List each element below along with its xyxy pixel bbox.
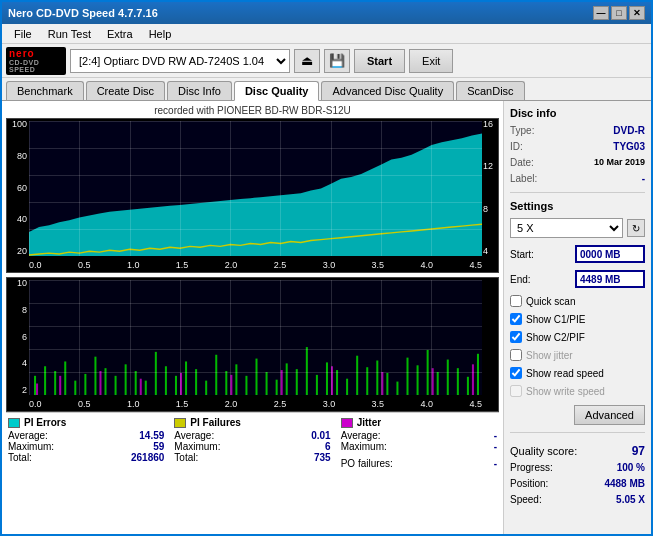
- tab-disc-info[interactable]: Disc Info: [167, 81, 232, 100]
- svg-rect-14: [145, 381, 147, 395]
- svg-rect-9: [94, 357, 96, 395]
- upper-chart-plot: [29, 121, 482, 256]
- eject-icon[interactable]: ⏏: [294, 49, 320, 73]
- upper-y-labels-right: 16 12 8 4: [482, 119, 498, 256]
- svg-rect-18: [185, 361, 187, 395]
- tab-benchmark[interactable]: Benchmark: [6, 81, 84, 100]
- svg-rect-24: [245, 376, 247, 395]
- main-window: Nero CD-DVD Speed 4.7.7.16 — □ ✕ File Ru…: [0, 0, 653, 536]
- svg-rect-15: [155, 352, 157, 395]
- menu-help[interactable]: Help: [141, 26, 180, 42]
- svg-rect-46: [467, 377, 469, 395]
- lower-chart-svg: [29, 280, 482, 395]
- svg-rect-41: [417, 365, 419, 395]
- svg-rect-49: [59, 376, 61, 395]
- svg-rect-16: [165, 366, 167, 395]
- show-c1pie-checkbox[interactable]: [510, 313, 522, 325]
- menu-extra[interactable]: Extra: [99, 26, 141, 42]
- tab-advanced-disc-quality[interactable]: Advanced Disc Quality: [321, 81, 454, 100]
- svg-rect-17: [175, 376, 177, 395]
- jitter-label: Jitter: [357, 417, 381, 428]
- maximize-button[interactable]: □: [611, 6, 627, 20]
- svg-rect-22: [225, 371, 227, 395]
- po-failures-value: -: [494, 458, 497, 469]
- close-button[interactable]: ✕: [629, 6, 645, 20]
- svg-rect-38: [386, 373, 388, 395]
- exit-button[interactable]: Exit: [409, 49, 453, 73]
- svg-rect-6: [64, 361, 66, 395]
- quick-scan-row: Quick scan: [510, 295, 645, 307]
- upper-x-labels: 0.0 0.5 1.0 1.5 2.0 2.5 3.0 3.5 4.0 4.5: [29, 258, 482, 272]
- show-write-speed-checkbox[interactable]: [510, 385, 522, 397]
- minimize-button[interactable]: —: [593, 6, 609, 20]
- show-read-speed-checkbox[interactable]: [510, 367, 522, 379]
- speed-row: 5 X ↻: [510, 218, 645, 238]
- svg-rect-35: [356, 356, 358, 395]
- type-row: Type: DVD-R: [510, 125, 645, 136]
- svg-rect-44: [447, 360, 449, 395]
- svg-rect-40: [407, 358, 409, 395]
- tab-scan-disc[interactable]: ScanDisc: [456, 81, 524, 100]
- show-read-speed-row: Show read speed: [510, 367, 645, 379]
- show-jitter-row: Show jitter: [510, 349, 645, 361]
- show-c2pif-checkbox[interactable]: [510, 331, 522, 343]
- position-row: Position: 4488 MB: [510, 478, 645, 489]
- upper-y-labels-left: 100 80 60 40 20: [7, 119, 29, 256]
- svg-rect-34: [346, 379, 348, 395]
- menu-run-test[interactable]: Run Test: [40, 26, 99, 42]
- show-write-speed-row: Show write speed: [510, 385, 645, 397]
- svg-rect-31: [316, 375, 318, 395]
- svg-rect-58: [472, 364, 474, 395]
- svg-rect-26: [266, 372, 268, 395]
- pi-errors-color: [8, 418, 20, 428]
- quick-scan-checkbox[interactable]: [510, 295, 522, 307]
- tab-bar: Benchmark Create Disc Disc Info Disc Qua…: [2, 78, 651, 101]
- label-row: Label: -: [510, 173, 645, 184]
- drive-select[interactable]: [2:4] Optiarc DVD RW AD-7240S 1.04: [70, 49, 290, 73]
- start-input[interactable]: [575, 245, 645, 263]
- svg-rect-51: [140, 379, 142, 395]
- pi-errors-label: PI Errors: [24, 417, 66, 428]
- settings-title: Settings: [510, 200, 645, 212]
- lower-chart-plot: [29, 280, 482, 395]
- svg-rect-19: [195, 369, 197, 395]
- svg-rect-32: [326, 362, 328, 395]
- svg-rect-48: [36, 384, 38, 396]
- chart-title: recorded with PIONEER BD-RW BDR-S12U: [6, 105, 499, 116]
- title-bar-buttons: — □ ✕: [593, 6, 645, 20]
- svg-rect-25: [256, 359, 258, 395]
- id-row: ID: TYG03: [510, 141, 645, 152]
- start-row: Start:: [510, 245, 645, 263]
- svg-rect-4: [44, 366, 46, 395]
- advanced-button[interactable]: Advanced: [574, 405, 645, 425]
- svg-rect-12: [125, 364, 127, 395]
- progress-row: Progress: 100 %: [510, 462, 645, 473]
- svg-rect-39: [396, 382, 398, 395]
- svg-rect-33: [336, 370, 338, 395]
- svg-rect-29: [296, 369, 298, 395]
- end-input[interactable]: [575, 270, 645, 288]
- tab-create-disc[interactable]: Create Disc: [86, 81, 165, 100]
- save-icon[interactable]: 💾: [324, 49, 350, 73]
- svg-rect-23: [235, 364, 237, 395]
- tab-disc-quality[interactable]: Disc Quality: [234, 81, 320, 101]
- speed-select[interactable]: 5 X: [510, 218, 623, 238]
- upper-chart-svg: [29, 121, 482, 256]
- lower-chart: 10 8 6 4 2: [6, 277, 499, 412]
- speed-row-quality: Speed: 5.05 X: [510, 494, 645, 505]
- svg-rect-37: [376, 361, 378, 396]
- refresh-icon[interactable]: ↻: [627, 219, 645, 237]
- pi-failures-color: [174, 418, 186, 428]
- svg-rect-27: [276, 380, 278, 395]
- stats-area: PI Errors Average:14.59 Maximum:59 Total…: [6, 412, 499, 473]
- main-content: recorded with PIONEER BD-RW BDR-S12U 100…: [2, 101, 651, 534]
- start-button[interactable]: Start: [354, 49, 405, 73]
- menu-file[interactable]: File: [6, 26, 40, 42]
- nero-logo: nero CD-DVD SPEED: [6, 47, 66, 75]
- show-c2pif-row: Show C2/PIF: [510, 331, 645, 343]
- show-c1pie-row: Show C1/PIE: [510, 313, 645, 325]
- po-failures-label: PO failures:: [341, 458, 393, 469]
- quality-score-value: 97: [632, 444, 645, 458]
- chart-area: recorded with PIONEER BD-RW BDR-S12U 100…: [2, 101, 503, 534]
- show-jitter-checkbox[interactable]: [510, 349, 522, 361]
